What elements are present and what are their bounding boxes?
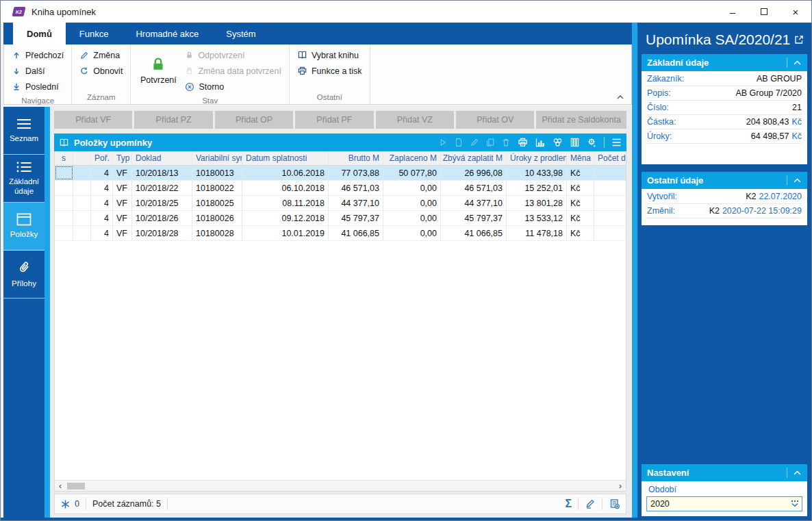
lock-gray-icon: [185, 51, 194, 60]
edit-pencil-icon[interactable]: [585, 498, 596, 509]
workflow-icon[interactable]: [552, 137, 563, 148]
sidebar-item-prilohy[interactable]: Přílohy: [3, 251, 45, 298]
section-header[interactable]: Nastavení: [642, 464, 807, 481]
last-label: Poslední: [25, 82, 59, 92]
sidebar-label: Přílohy: [12, 279, 36, 288]
chart-icon[interactable]: [535, 137, 546, 148]
grid-table: s Poř. Typ Doklad Variabilní sym Datum s…: [54, 151, 626, 492]
column-header-blank[interactable]: [73, 151, 91, 165]
change-confirm-date-button[interactable]: Změna data potvrzení: [181, 63, 285, 79]
grid-row[interactable]: 4 VF 10/2018/22 10180022 06.10.2018 46 5…: [55, 181, 626, 196]
section-zakladni-udaje: Základní údaje Zákazník: AB GROUP Popis:…: [642, 54, 807, 164]
minimize-button[interactable]: –: [717, 1, 748, 23]
tab-hromadne-akce[interactable]: Hromadné akce: [122, 23, 212, 45]
tab-domu[interactable]: Domů: [13, 23, 66, 45]
add-ov-button[interactable]: Přidat OV: [456, 111, 534, 129]
edit-icon[interactable]: [470, 138, 479, 147]
chevron-up-icon[interactable]: [793, 60, 802, 66]
chevron-up-icon[interactable]: [793, 470, 802, 476]
section-header[interactable]: Ostatní údaje: [642, 172, 807, 189]
column-header-s[interactable]: s: [55, 151, 73, 165]
grid-row[interactable]: 4 VF 10/2018/28 10180028 10.01.2019 41 0…: [55, 226, 626, 241]
column-header-variabilni-symbol[interactable]: Variabilní sym: [192, 151, 242, 165]
next-button[interactable]: Další: [8, 63, 67, 79]
add-from-saldokonto-button[interactable]: Přidat ze Saldokonta: [536, 111, 626, 129]
new-record-icon[interactable]: [454, 138, 464, 147]
previous-button[interactable]: Předchozí: [8, 47, 67, 63]
add-vz-button[interactable]: Přidat VZ: [376, 111, 454, 129]
scrollbar-thumb[interactable]: [67, 483, 85, 490]
column-header-uroky[interactable]: Úroky z prodlen: [507, 151, 567, 165]
chevron-up-icon[interactable]: [793, 177, 802, 183]
scroll-left-arrow[interactable]: ‹: [55, 481, 66, 491]
storno-label: Storno: [199, 82, 224, 92]
column-header-doklad[interactable]: Doklad: [132, 151, 192, 165]
change-button[interactable]: Změna: [76, 47, 126, 63]
panel-splitter[interactable]: [632, 23, 637, 518]
maximize-button[interactable]: [748, 1, 780, 23]
asterisk-filter-icon[interactable]: [60, 499, 71, 509]
tab-system[interactable]: Systém: [212, 23, 269, 45]
add-op-button[interactable]: Přidat OP: [215, 111, 293, 129]
functions-print-button[interactable]: Funkce a tisk: [294, 63, 366, 79]
add-pz-button[interactable]: Přidat PZ: [134, 111, 212, 129]
app-window: K2 Kniha upomínek – × Domů Funkce Hromad…: [0, 0, 812, 521]
storno-button[interactable]: Storno: [181, 79, 285, 94]
close-button[interactable]: ×: [780, 1, 811, 23]
column-header-datum-splatnosti[interactable]: Datum splatnosti: [242, 151, 329, 165]
add-form-icon[interactable]: [609, 498, 620, 509]
pencil-icon: [79, 51, 89, 60]
unconfirm-button[interactable]: Odpotvrzení: [181, 47, 285, 63]
book-icon: [58, 138, 70, 148]
section-header[interactable]: Základní údaje: [642, 54, 807, 71]
sidebar-item-polozky[interactable]: Položky: [3, 203, 45, 251]
filter-count: 0: [75, 499, 79, 509]
detail-panel-title: Upomínka SA/2020/21: [646, 31, 794, 48]
window-bottom-edge: [1, 518, 811, 520]
menu-icon[interactable]: [611, 138, 622, 147]
copy-icon[interactable]: [485, 138, 495, 147]
field-vytvoril: Vytvořil: K2 22.07.2020: [647, 190, 802, 204]
settings-gear-icon[interactable]: [586, 137, 598, 148]
horizontal-scrollbar[interactable]: ‹ ›: [55, 480, 626, 491]
group-label-navigace: Navigace: [8, 94, 67, 107]
arrow-down-to-bar-icon: [12, 82, 21, 92]
sidebar-item-zakladni-udaje[interactable]: Základní údaje: [3, 155, 45, 203]
select-book-button[interactable]: Vybrat knihu: [294, 47, 366, 63]
book-icon: [297, 50, 307, 60]
select-book-label: Vybrat knihu: [312, 51, 359, 60]
refresh-button[interactable]: Obnovit: [76, 63, 126, 79]
grid-row[interactable]: 4 VF 10/2018/25 10180025 08.11.2018 44 3…: [55, 196, 626, 211]
grid-row[interactable]: 4 VF 10/2018/13 10180013 10.06.2018 77 0…: [55, 166, 626, 181]
play-icon[interactable]: [438, 138, 448, 147]
period-combobox[interactable]: [646, 496, 802, 511]
print-icon[interactable]: [517, 137, 529, 148]
columns-icon[interactable]: [570, 137, 580, 148]
confirm-label: Potvrzení: [140, 75, 177, 85]
confirm-button[interactable]: Potvrzení: [135, 47, 181, 94]
collapse-ribbon-button[interactable]: [616, 94, 624, 100]
column-header-typ[interactable]: Typ: [113, 151, 132, 165]
add-pf-button[interactable]: Přidat PF: [295, 111, 373, 129]
add-vf-button[interactable]: Přidat VF: [54, 111, 132, 129]
column-header-brutto[interactable]: Brutto M: [329, 151, 383, 165]
delete-icon[interactable]: [501, 138, 511, 147]
tab-funkce[interactable]: Funkce: [66, 23, 123, 45]
period-input[interactable]: [647, 499, 788, 509]
column-header-pocet-dnu[interactable]: Počet dn: [594, 151, 626, 165]
last-button[interactable]: Poslední: [8, 79, 67, 94]
column-header-por[interactable]: Poř.: [91, 151, 113, 165]
dropdown-button[interactable]: [788, 500, 802, 508]
sidebar-splitter[interactable]: [45, 107, 50, 518]
sidebar-item-seznam[interactable]: Seznam: [3, 107, 45, 155]
grid-row[interactable]: 4 VF 10/2018/26 10180026 09.12.2018 45 7…: [55, 211, 626, 226]
column-header-zaplaceno[interactable]: Zaplaceno M: [383, 151, 441, 165]
period-label: Období: [646, 483, 802, 496]
column-header-zbyva-zaplatit[interactable]: Zbývá zaplatit M: [441, 151, 507, 165]
column-header-mena[interactable]: Měna: [567, 151, 594, 165]
status-bar: 0 Počet záznamů: 5 Σ: [54, 494, 626, 514]
sum-icon[interactable]: Σ: [565, 498, 572, 509]
field-uroky: Úroky: 64 498,57 Kč: [647, 129, 802, 144]
scroll-right-arrow[interactable]: ›: [615, 481, 626, 491]
open-external-icon[interactable]: [794, 34, 804, 45]
